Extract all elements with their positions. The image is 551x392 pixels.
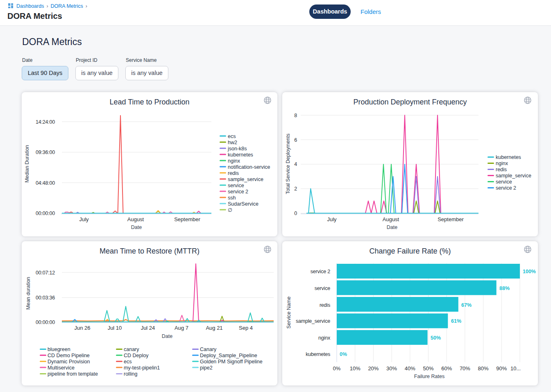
svg-text:July: July — [79, 216, 89, 222]
svg-text:bluegreen: bluegreen — [48, 347, 70, 352]
svg-text:CD Deploy: CD Deploy — [124, 353, 149, 358]
svg-text:100%: 100% — [523, 269, 536, 274]
svg-text:6: 6 — [294, 137, 297, 143]
svg-text:redis: redis — [228, 170, 239, 176]
svg-text:July: July — [327, 216, 337, 222]
svg-text:50%: 50% — [423, 365, 433, 372]
svg-text:00:07:12: 00:07:12 — [36, 270, 55, 276]
svg-text:rolling: rolling — [124, 371, 137, 377]
svg-text:nginx: nginx — [496, 161, 508, 166]
svg-text:2: 2 — [294, 186, 297, 192]
svg-text:10%: 10% — [350, 365, 361, 372]
svg-text:notification-service: notification-service — [228, 164, 270, 170]
svg-text:Mean Time to Restore (MTTR): Mean Time to Restore (MTTR) — [100, 247, 200, 255]
svg-text:0: 0 — [294, 211, 297, 216]
svg-text:ecs: ecs — [124, 359, 132, 365]
svg-text:Canary: Canary — [200, 347, 217, 352]
svg-text:00:03:36: 00:03:36 — [36, 295, 55, 301]
svg-text:Median Duration: Median Duration — [24, 145, 30, 183]
svg-text:∅: ∅ — [228, 207, 232, 213]
svg-text:Jun 26: Jun 26 — [74, 325, 90, 331]
svg-text:sample_service: sample_service — [296, 318, 330, 324]
svg-text:Golden PM Signoff Pipeline: Golden PM Signoff Pipeline — [200, 359, 263, 365]
svg-text:Total Service Deployments: Total Service Deployments — [285, 134, 291, 194]
svg-text:service 2: service 2 — [496, 185, 516, 191]
svg-text:pipeline from template: pipeline from template — [48, 371, 98, 377]
svg-text:4: 4 — [294, 161, 297, 167]
svg-text:70%: 70% — [460, 365, 470, 372]
svg-text:kubernetes: kubernetes — [228, 152, 253, 158]
svg-text:61%: 61% — [451, 318, 461, 324]
svg-text:Date: Date — [131, 224, 142, 230]
svg-text:30%: 30% — [386, 365, 397, 372]
svg-text:service 2: service 2 — [311, 269, 330, 274]
svg-text:Service Name: Service Name — [286, 297, 292, 329]
svg-text:Date: Date — [387, 224, 397, 230]
svg-text:8: 8 — [294, 113, 297, 118]
svg-text:Deploy_Sample_Pipeline: Deploy_Sample_Pipeline — [200, 353, 257, 358]
svg-text:00:00:00: 00:00:00 — [36, 211, 55, 216]
svg-text:Lead Time to Production: Lead Time to Production — [109, 98, 189, 106]
svg-text:service 2: service 2 — [228, 189, 248, 195]
svg-text:Jul 24: Jul 24 — [141, 325, 155, 331]
svg-text:hw2: hw2 — [228, 140, 237, 145]
svg-text:Sep 4: Sep 4 — [239, 325, 253, 331]
svg-text:CD Demo Pipeline: CD Demo Pipeline — [48, 353, 90, 358]
svg-text:00:00:00: 00:00:00 — [36, 319, 55, 325]
svg-text:pipe2: pipe2 — [200, 365, 213, 371]
svg-text:80%: 80% — [478, 365, 489, 372]
svg-text:14:24:00: 14:24:00 — [36, 119, 55, 125]
svg-text:0%: 0% — [340, 351, 347, 357]
svg-text:sample_service: sample_service — [228, 177, 263, 182]
svg-text:ecs: ecs — [228, 134, 236, 139]
svg-text:90%: 90% — [496, 365, 507, 372]
svg-text:20%: 20% — [368, 365, 379, 372]
svg-text:Multiservice: Multiservice — [48, 365, 75, 371]
svg-text:September: September — [174, 216, 200, 222]
svg-text:canary: canary — [124, 347, 139, 352]
svg-text:Failure Rates: Failure Rates — [414, 374, 444, 379]
svg-text:60%: 60% — [441, 365, 452, 372]
svg-text:09:36:00: 09:36:00 — [36, 150, 55, 155]
svg-text:nginx: nginx — [318, 335, 331, 341]
svg-text:service: service — [315, 286, 330, 291]
svg-text:ssh: ssh — [228, 195, 236, 201]
svg-text:September: September — [438, 216, 464, 222]
svg-text:redis: redis — [320, 302, 330, 308]
svg-text:50%: 50% — [431, 335, 441, 341]
svg-text:kubernetes: kubernetes — [496, 154, 521, 160]
svg-text:Jul 10: Jul 10 — [108, 325, 122, 331]
svg-text:redis: redis — [496, 167, 507, 172]
svg-text:Aug 7: Aug 7 — [175, 325, 188, 331]
svg-text:40%: 40% — [405, 365, 415, 372]
svg-text:August: August — [383, 216, 399, 222]
svg-text:sample_service: sample_service — [496, 173, 531, 179]
svg-text:SudarService: SudarService — [228, 201, 258, 207]
svg-text:Mean duration: Mean duration — [25, 277, 31, 310]
svg-text:service: service — [228, 183, 244, 188]
svg-text:10...: 10... — [510, 365, 521, 372]
svg-text:nginx: nginx — [228, 158, 240, 164]
svg-text:Change Failure Rate (%): Change Failure Rate (%) — [369, 247, 451, 255]
svg-text:Date: Date — [162, 333, 172, 339]
svg-text:my-test-pipelin1: my-test-pipelin1 — [124, 365, 160, 371]
svg-text:88%: 88% — [499, 286, 510, 291]
svg-text:0%: 0% — [333, 365, 341, 372]
svg-text:Aug 21: Aug 21 — [206, 325, 222, 331]
svg-text:service: service — [496, 179, 512, 185]
svg-text:Production Deployment Frequenc: Production Deployment Frequency — [353, 98, 467, 106]
svg-text:August: August — [127, 216, 144, 222]
svg-text:67%: 67% — [461, 302, 472, 308]
svg-text:04:48:00: 04:48:00 — [36, 180, 55, 186]
svg-text:json-k8s: json-k8s — [227, 146, 247, 152]
svg-text:Dynamic Provision: Dynamic Provision — [48, 359, 90, 365]
svg-text:kubernetes: kubernetes — [306, 351, 330, 357]
